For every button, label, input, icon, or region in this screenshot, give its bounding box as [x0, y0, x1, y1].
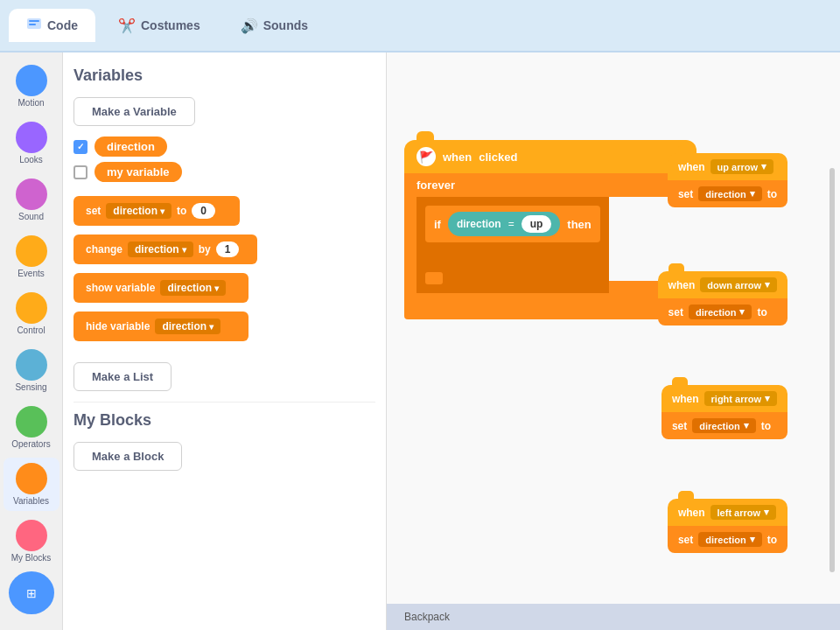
change-block[interactable]: change direction by 1: [74, 234, 257, 264]
myblocks-circle: [16, 520, 47, 551]
tab-code-label: Code: [47, 18, 78, 32]
clicked-label: clicked: [479, 150, 517, 164]
hide-direction-dropdown[interactable]: direction: [155, 318, 220, 334]
sensing-circle: [16, 349, 47, 381]
variable-list: direction my variable: [74, 136, 375, 182]
list-item: direction: [74, 136, 375, 157]
up-arrow-set[interactable]: set direction▾ to: [668, 180, 788, 207]
sidebar-label-control: Control: [17, 326, 45, 335]
set-block[interactable]: set direction to 0: [74, 196, 240, 226]
make-variable-button[interactable]: Make a Variable: [74, 97, 195, 126]
main-layout: Motion Looks Sound Events Control Sensin…: [0, 52, 840, 630]
direction-checkbox[interactable]: [74, 140, 88, 154]
sounds-icon: 🔊: [241, 18, 258, 34]
if-bottom-tab: [425, 272, 443, 284]
show-variable-block[interactable]: show variable direction: [74, 273, 248, 303]
direction-badge: direction: [94, 136, 167, 157]
sidebar-item-control[interactable]: Control: [4, 287, 60, 340]
if-inner-space: [425, 242, 600, 269]
my-variable-checkbox[interactable]: [74, 165, 88, 179]
left-set-direction-dropdown[interactable]: direction▾: [698, 532, 761, 547]
operators-circle: [16, 406, 47, 438]
sidebar-label-sound: Sound: [18, 212, 44, 221]
left-arrow-block-group: when left arrow▾ set direction▾ to: [668, 499, 788, 553]
if-block[interactable]: if direction = up then: [425, 206, 600, 242]
tab-costumes[interactable]: ✂️ Costumes: [101, 10, 218, 41]
sidebar-item-sound[interactable]: Sound: [4, 173, 60, 227]
right-arrow-set[interactable]: set direction▾ to: [662, 412, 788, 439]
sidebar-label-motion: Motion: [18, 98, 44, 108]
down-arrow-dropdown[interactable]: down arrow▾: [700, 277, 777, 292]
make-list-button[interactable]: Make a List: [74, 362, 172, 391]
events-circle: [16, 235, 47, 267]
sidebar-item-variables[interactable]: Variables: [4, 458, 60, 511]
my-blocks-title: My Blocks: [74, 411, 375, 430]
down-arrow-set[interactable]: set direction▾ to: [658, 298, 788, 326]
tab-costumes-label: Costumes: [141, 18, 200, 32]
right-arrow-event[interactable]: when right arrow▾: [662, 385, 788, 412]
divider: [74, 402, 375, 402]
then-label: then: [567, 218, 591, 231]
sidebar-item-looks[interactable]: Looks: [4, 116, 60, 170]
forever-bottom: ↺: [404, 293, 696, 319]
forever-block[interactable]: forever if direction = up: [404, 173, 696, 319]
up-arrow-event[interactable]: when up arrow▾: [668, 153, 788, 180]
change-value: 1: [216, 242, 240, 257]
main-script-stack: 🚩 when clicked forever if d: [404, 140, 696, 319]
event-block[interactable]: 🚩 when clicked: [404, 140, 696, 173]
list-item: my variable: [74, 162, 375, 182]
panel-title: Variables: [74, 66, 375, 85]
event-label: when: [443, 150, 472, 164]
right-arrow-block-group: when right arrow▾ set direction▾ to: [662, 385, 788, 439]
add-icon: ⊞: [26, 586, 37, 600]
forever-inner: if direction = up then: [404, 197, 696, 293]
motion-circle: [16, 65, 47, 96]
left-arrow-event[interactable]: when left arrow▾: [668, 499, 788, 526]
forever-label: forever: [404, 173, 696, 197]
c-left-arm: [404, 197, 416, 293]
scrollbar[interactable]: [830, 168, 835, 572]
green-flag-icon: 🚩: [416, 147, 436, 166]
tab-bar: Code ✂️ Costumes 🔊 Sounds: [0, 0, 840, 52]
add-extension-button[interactable]: ⊞: [9, 571, 54, 614]
variable-blocks: set direction to 0 change direction by 1…: [74, 196, 375, 348]
bottom-bar: Backpack: [387, 604, 840, 630]
down-set-direction-dropdown[interactable]: direction▾: [689, 304, 752, 319]
sidebar-item-motion[interactable]: Motion: [4, 60, 60, 113]
up-set-direction-dropdown[interactable]: direction▾: [698, 186, 761, 201]
tab-code[interactable]: Code: [9, 9, 95, 42]
make-block-button[interactable]: Make a Block: [74, 442, 182, 471]
sidebar: Motion Looks Sound Events Control Sensin…: [0, 52, 63, 630]
show-direction-dropdown[interactable]: direction: [160, 280, 226, 296]
condition-oval: direction = up: [448, 212, 560, 236]
sidebar-label-events: Events: [18, 269, 45, 278]
up-arrow-block-group: when up arrow▾ set direction▾ to: [668, 153, 788, 207]
sidebar-label-variables: Variables: [13, 496, 49, 506]
sidebar-label-operators: Operators: [11, 439, 50, 449]
var-oval: direction: [457, 218, 501, 230]
sound-circle: [16, 178, 47, 210]
sidebar-label-myblocks: My Blocks: [11, 553, 52, 563]
sidebar-item-myblocks[interactable]: My Blocks: [4, 514, 60, 568]
svg-rect-1: [29, 20, 39, 22]
variables-panel: Variables Make a Variable direction my v…: [63, 52, 387, 630]
coding-area[interactable]: 🚩 when clicked forever if d: [387, 52, 840, 630]
sidebar-item-sensing[interactable]: Sensing: [4, 344, 60, 397]
svg-rect-2: [29, 24, 36, 25]
costumes-icon: ✂️: [118, 18, 136, 34]
change-direction-dropdown[interactable]: direction: [128, 242, 193, 257]
set-direction-dropdown[interactable]: direction: [106, 203, 172, 219]
looks-circle: [16, 122, 47, 153]
c-inner-content: if direction = up then: [416, 197, 609, 293]
sidebar-item-events[interactable]: Events: [4, 230, 60, 284]
down-arrow-event[interactable]: when down arrow▾: [658, 271, 788, 298]
right-set-direction-dropdown[interactable]: direction▾: [692, 418, 755, 433]
right-arrow-dropdown[interactable]: right arrow▾: [704, 391, 777, 406]
up-arrow-dropdown[interactable]: up arrow▾: [710, 159, 774, 174]
sidebar-item-operators[interactable]: Operators: [4, 401, 60, 454]
tab-sounds[interactable]: 🔊 Sounds: [223, 10, 326, 41]
sidebar-label-sensing: Sensing: [15, 382, 46, 392]
left-arrow-set[interactable]: set direction▾ to: [668, 526, 788, 553]
left-arrow-dropdown[interactable]: left arrow▾: [710, 505, 777, 520]
hide-variable-block[interactable]: hide variable direction: [74, 312, 248, 341]
